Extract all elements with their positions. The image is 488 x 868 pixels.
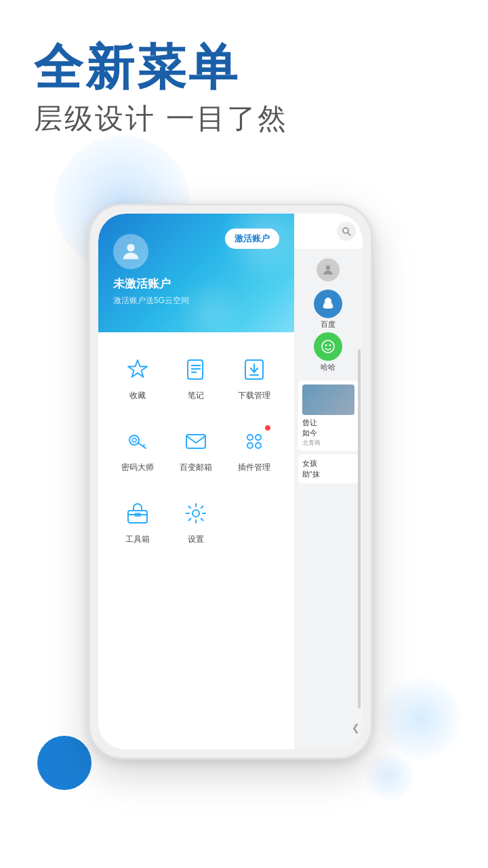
hero-section: 全新菜单 层级设计 一目了然 [34,41,288,138]
svg-point-15 [256,435,261,440]
settings-label: 设置 [188,534,204,545]
svg-point-24 [326,265,331,270]
avatar [113,234,148,269]
download-icon [242,357,266,382]
toolbox-label: 工具箱 [125,534,150,545]
news-item-1[interactable]: 曾让如今 北青商 [298,380,359,451]
svg-point-21 [192,510,199,517]
hero-subtitle: 层级设计 一目了然 [34,100,288,138]
key-icon [125,429,150,454]
right-top-bar [294,214,363,249]
news-source-1: 北青商 [302,439,354,448]
bg-dot-blue [37,736,92,790]
password-label: 密码大师 [121,462,154,473]
svg-line-12 [143,445,144,446]
hero-title: 全新菜单 [34,41,288,94]
phone-screen: 激活账户 未激活账户 激活账户送5G云空间 [98,214,363,749]
menu-item-plugins[interactable]: 插件管理 [225,416,283,483]
password-icon-wrap [122,426,153,457]
svg-point-0 [127,244,134,252]
user-name: 未激活账户 [113,276,279,292]
haha-label: 哈哈 [321,362,336,372]
baidu-icon [314,290,342,318]
right-avatar-wrap [294,249,363,285]
menu-item-downloads[interactable]: 下载管理 [225,344,283,411]
mail-icon-wrap [180,426,211,457]
menu-item-settings[interactable]: 设置 [167,488,225,555]
svg-point-10 [132,438,136,442]
news-item-2[interactable]: 女孩助"抹 [298,454,359,484]
svg-rect-13 [186,435,205,448]
phone-mockup: 激活账户 未激活账户 激活账户送5G云空间 [88,203,373,760]
baidu-label: 百度 [321,319,336,330]
notes-icon-wrap [180,354,211,385]
menu-panel: 激活账户 未激活账户 激活账户送5G云空间 [98,214,294,749]
news-text-1: 曾让如今 [302,418,354,439]
right-avatar [317,258,340,281]
svg-point-27 [325,344,327,347]
plugin-icon [242,429,266,454]
plugins-icon-wrap [239,426,270,457]
favorites-label: 收藏 [129,390,146,401]
note-icon [184,357,208,382]
downloads-icon-wrap [239,354,270,385]
menu-item-favorites[interactable]: 收藏 [108,344,167,411]
downloads-label: 下载管理 [238,390,270,401]
svg-point-16 [247,443,253,448]
settings-icon [184,501,208,526]
news-thumb-1 [302,384,354,415]
settings-icon-wrap [180,498,211,529]
toolbox-icon-wrap [122,498,153,529]
svg-point-14 [247,435,253,440]
menu-header: 激活账户 未激活账户 激活账户送5G云空间 [98,214,294,332]
menu-item-mail[interactable]: 百变邮箱 [167,416,225,483]
chevron-left-icon[interactable]: ❮ [349,719,363,736]
svg-point-9 [129,435,139,445]
notes-label: 笔记 [188,390,204,401]
menu-item-notes[interactable]: 笔记 [167,344,225,411]
haha-icon [314,332,342,361]
svg-point-22 [343,228,348,233]
avatar-icon [119,240,142,263]
mail-label: 百变邮箱 [180,462,212,473]
bg-decoration-br2 [366,753,413,800]
right-bookmarks: 百度 哈哈 [294,285,363,376]
favorites-icon-wrap [122,354,153,385]
scrollbar [358,349,361,709]
svg-line-23 [348,233,351,236]
svg-rect-18 [128,511,147,523]
news-section: 曾让如今 北青商 女孩助"抹 [294,376,363,749]
plugins-label: 插件管理 [238,462,270,473]
svg-point-17 [256,443,261,448]
phone-frame: 激活账户 未激活账户 激活账户送5G云空间 [88,203,373,760]
news-text-2: 女孩助"抹 [302,458,354,479]
svg-marker-1 [128,360,147,377]
right-panel: 百度 哈哈 [294,214,363,749]
activate-button[interactable]: 激活账户 [225,229,279,249]
search-icon[interactable] [337,222,356,241]
menu-grid: 收藏 笔记 [98,332,294,567]
bg-decoration-br [380,678,461,760]
mail-icon [184,429,208,454]
user-sub: 激活账户送5G云空间 [113,295,279,307]
menu-item-toolbox[interactable]: 工具箱 [108,488,167,555]
bookmark-haha[interactable]: 哈哈 [314,332,342,372]
star-icon [125,357,150,382]
plugin-badge [264,425,271,431]
bookmark-baidu[interactable]: 百度 [314,290,342,330]
svg-point-28 [329,344,331,347]
svg-point-26 [322,340,334,353]
toolbox-icon [125,501,150,526]
menu-item-password[interactable]: 密码大师 [108,416,167,483]
